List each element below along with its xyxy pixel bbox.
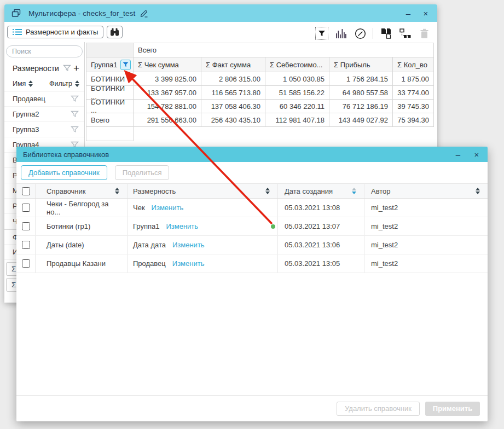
group1-active-filter-icon[interactable] xyxy=(120,60,131,70)
dialog-close-button[interactable]: × xyxy=(472,150,481,159)
author-column-header[interactable]: Автор xyxy=(364,184,488,198)
rename-pencil-icon[interactable] xyxy=(140,9,148,18)
row-dimension-header[interactable]: Группа1 xyxy=(86,57,134,72)
reference-column-header[interactable]: Справочник xyxy=(36,184,128,198)
dialog-minimize-button[interactable]: – xyxy=(454,150,462,159)
reference-table: Справочник Размерность Дата создания Авт… xyxy=(16,183,488,273)
search-input[interactable] xyxy=(6,45,83,57)
apply-button[interactable]: Применить xyxy=(425,402,480,416)
hierarchy-tool-icon[interactable] xyxy=(398,27,412,40)
dimension-column-header[interactable]: Размерность xyxy=(128,184,278,198)
dimension-item[interactable]: Группа3 xyxy=(4,122,84,137)
item-filter-icon[interactable] xyxy=(71,111,79,118)
pivot-total-row[interactable]: Всего 291 550 663.00 256 430 435.10 112 … xyxy=(86,113,434,127)
pivot-empty-cell xyxy=(86,127,134,141)
created-sort-icon[interactable] xyxy=(352,188,356,194)
dimension-item[interactable]: Продавец xyxy=(4,91,84,107)
pivot-row[interactable]: БОТИНКИ ... 133 367 957.00 116 565 713.8… xyxy=(86,86,434,100)
fact-column-header[interactable]: Σ Прибыль xyxy=(329,57,393,72)
pivot-corner-cell xyxy=(86,43,134,57)
delete-reference-button: Удалить справочник xyxy=(337,402,420,416)
main-toolbar: Размерности и факты xyxy=(4,22,437,42)
edit-link[interactable]: Изменить xyxy=(166,222,198,230)
add-dimension-button[interactable]: + xyxy=(73,63,79,73)
pivot-total-header: Всего xyxy=(134,43,434,57)
dimensions-facts-button[interactable]: Размерности и факты xyxy=(7,26,103,38)
minimize-button[interactable]: – xyxy=(404,9,413,18)
add-reference-button[interactable]: Добавить справочник xyxy=(21,165,107,180)
list-icon xyxy=(13,28,22,36)
dimensions-section-title: Размерности xyxy=(13,64,59,73)
active-indicator-dot xyxy=(271,224,275,229)
filter-tool-icon[interactable] xyxy=(315,27,328,40)
created-column-header[interactable]: Дата создания xyxy=(278,184,364,198)
share-button: Поделиться xyxy=(115,165,170,180)
row-checkbox[interactable] xyxy=(22,204,30,212)
compass-tool-icon[interactable] xyxy=(354,27,367,40)
edit-link[interactable]: Изменить xyxy=(172,259,205,268)
main-titlebar: Мультисфера - checks_for_test – × xyxy=(4,4,437,22)
copy-tool-icon[interactable] xyxy=(379,27,392,40)
edit-link[interactable]: Изменить xyxy=(152,204,184,212)
edit-link[interactable]: Изменить xyxy=(172,241,205,249)
dialog-titlebar: Библиотека справочников – × xyxy=(16,147,488,162)
filter-column-header[interactable]: Фильтр xyxy=(49,80,79,88)
item-filter-icon[interactable] xyxy=(71,95,79,102)
pivot-row[interactable]: БОТИНКИ 3 399 825.00 2 806 315.00 1 050 … xyxy=(86,72,434,86)
search-binoculars-button[interactable] xyxy=(107,26,123,38)
item-filter-icon[interactable] xyxy=(71,126,79,133)
name-column-header[interactable]: Имя xyxy=(13,80,33,88)
pivot-table: Всего Группа1 Σ Чек сумма Σ Факт сумма Σ… xyxy=(86,43,434,141)
row-checkbox[interactable] xyxy=(22,259,30,268)
fact-column-header[interactable]: Σ Себестоимо... xyxy=(265,57,329,72)
dimension-sort-icon[interactable] xyxy=(265,188,270,194)
binoculars-icon xyxy=(110,28,119,36)
toolbar-divider xyxy=(373,28,373,39)
reference-row[interactable]: Даты (date) Дата датаИзменить 05.03.2021… xyxy=(16,236,488,254)
fact-column-header[interactable]: Σ Факт сумма xyxy=(201,57,265,72)
reference-library-dialog: Библиотека справочников – × Добавить спр… xyxy=(16,147,488,421)
dialog-title: Библиотека справочников xyxy=(23,150,109,159)
dimension-item[interactable]: Группа2 xyxy=(4,107,84,122)
chart-tool-icon[interactable] xyxy=(334,27,347,40)
reference-row[interactable]: Продавцы Казани ПродавецИзменить 05.03.2… xyxy=(16,254,488,273)
reference-sort-icon[interactable] xyxy=(115,188,119,194)
reference-row[interactable]: Ботинки (гр1) Группа1Изменить 05.03.2021… xyxy=(16,217,488,236)
row-checkbox[interactable] xyxy=(22,222,30,230)
app-window-icon xyxy=(11,9,21,18)
window-title: Мультисфера - checks_for_test xyxy=(28,9,135,18)
row-checkbox[interactable] xyxy=(22,241,30,249)
select-all-checkbox[interactable] xyxy=(22,187,30,195)
dimensions-filter-icon[interactable] xyxy=(63,65,71,72)
author-sort-icon[interactable] xyxy=(476,188,480,194)
pivot-row[interactable]: БОТИНКИ ... 154 782 881.00 137 058 406.3… xyxy=(86,100,434,113)
name-sort-icon xyxy=(28,80,33,87)
fact-column-header[interactable]: Σ Чек сумма xyxy=(134,57,201,72)
fact-column-header[interactable]: Σ Кол_во xyxy=(393,57,434,72)
close-button[interactable]: × xyxy=(421,9,430,18)
trash-tool-icon xyxy=(418,27,431,40)
reference-row[interactable]: Чеки - Белгород за но... ЧекИзменить 05.… xyxy=(16,199,488,217)
filter-sort-icon xyxy=(75,80,79,87)
